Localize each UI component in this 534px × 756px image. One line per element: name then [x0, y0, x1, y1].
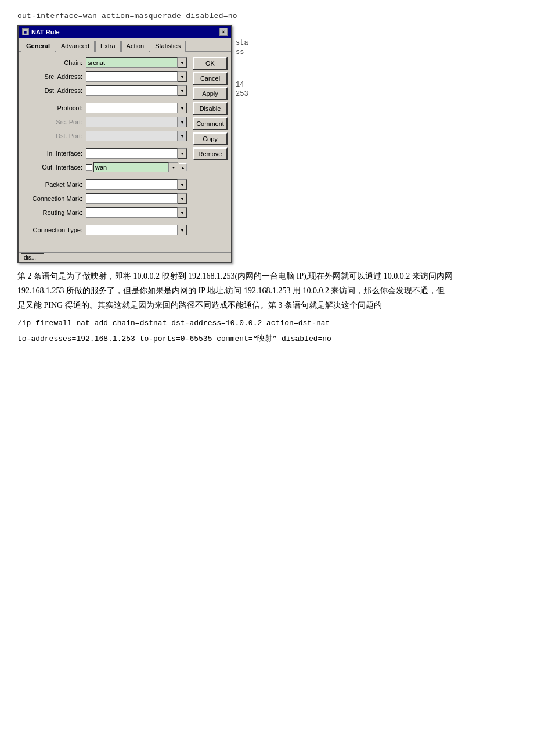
connection-type-row: Connection Type: ▼: [22, 224, 187, 236]
connection-mark-input-row: ▼: [86, 193, 187, 204]
titlebar-left: ■ NAT Rule: [22, 28, 60, 35]
routing-mark-row: Routing Mark: ▼: [22, 207, 187, 218]
side-text-sta: sta: [236, 39, 248, 47]
chain-input[interactable]: srcnat: [86, 57, 178, 68]
dialog-buttons: OK Cancel Apply Disable Comment Copy Rem…: [190, 52, 231, 252]
remove-button[interactable]: Remove: [193, 147, 228, 160]
protocol-input[interactable]: [86, 103, 178, 113]
chinese-para1: 第 2 条语句是为了做映射，即将 10.0.0.2 映射到 192.168.1.…: [17, 269, 453, 313]
chain-dropdown-arrow[interactable]: ▼: [178, 57, 187, 68]
code-line1: /ip firewall nat add chain=dstnat dst-ad…: [17, 316, 453, 330]
connection-mark-input[interactable]: [86, 193, 178, 204]
dst-address-label: Dst. Address:: [22, 87, 86, 94]
tab-general[interactable]: General: [21, 41, 55, 52]
dst-address-row: Dst. Address: ▼: [22, 85, 187, 96]
chain-input-row: srcnat ▼: [86, 57, 187, 68]
copy-button[interactable]: Copy: [193, 132, 228, 145]
tab-extra[interactable]: Extra: [95, 41, 121, 52]
side-text-14: 14: [236, 81, 248, 89]
in-interface-label: In. Interface:: [22, 150, 86, 157]
out-interface-checkbox-area: [86, 164, 92, 171]
tab-action[interactable]: Action: [121, 41, 150, 52]
in-interface-row: In. Interface: ▼: [22, 147, 187, 159]
out-interface-input[interactable]: wan: [93, 162, 169, 172]
packet-mark-label: Packet Mark:: [22, 181, 86, 188]
chain-label: Chain:: [22, 59, 86, 66]
apply-button[interactable]: Apply: [193, 87, 228, 100]
tab-advanced[interactable]: Advanced: [56, 41, 95, 52]
protocol-dropdown-arrow[interactable]: ▼: [178, 103, 187, 113]
comment-button[interactable]: Comment: [193, 117, 228, 130]
routing-mark-label: Routing Mark:: [22, 209, 86, 216]
src-port-dropdown-arrow[interactable]: ▼: [178, 117, 187, 127]
code-line2: to-addresses=192.168.1.253 to-ports=0-65…: [17, 332, 453, 345]
out-interface-checkbox[interactable]: [86, 164, 92, 171]
tab-statistics[interactable]: Statistics: [150, 41, 186, 52]
ok-button[interactable]: OK: [193, 57, 228, 70]
side-panel: sta ss 14 253: [236, 25, 248, 99]
dialog-form: Chain: srcnat ▼ Src. Address: ▼: [19, 52, 190, 252]
connection-mark-row: Connection Mark: ▼: [22, 193, 187, 204]
dst-port-row: Dst. Port: ▼: [22, 130, 187, 142]
src-address-row: Src. Address: ▼: [22, 71, 187, 82]
packet-mark-input-row: ▼: [86, 179, 187, 190]
out-interface-label: Out. Interface:: [22, 164, 86, 171]
packet-mark-dropdown-arrow[interactable]: ▼: [178, 179, 187, 190]
connection-type-label: Connection Type:: [22, 226, 86, 233]
side-text-253: 253: [236, 90, 248, 98]
src-port-input-row: ▼: [86, 117, 187, 127]
nat-rule-dialog: ■ NAT Rule × General Advanced Extra Acti…: [17, 25, 232, 263]
side-text-ss: ss: [236, 48, 248, 56]
chain-row: Chain: srcnat ▼: [22, 57, 187, 69]
dialog-body: Chain: srcnat ▼ Src. Address: ▼: [19, 52, 231, 252]
in-interface-input[interactable]: [86, 148, 178, 159]
dst-address-dropdown-arrow[interactable]: ▼: [178, 85, 187, 96]
dst-port-dropdown-arrow[interactable]: ▼: [178, 131, 187, 141]
connection-mark-dropdown-arrow[interactable]: ▼: [178, 193, 187, 204]
connection-type-input-row: ▼: [86, 225, 187, 235]
routing-mark-input-row: ▼: [86, 207, 187, 218]
dst-address-input[interactable]: [86, 85, 178, 96]
dialog-titlebar: ■ NAT Rule ×: [19, 26, 231, 38]
out-interface-dropdown-arrow[interactable]: ▼: [169, 162, 178, 172]
src-address-dropdown-arrow[interactable]: ▼: [178, 71, 187, 82]
header-monospace: out-interface=wan action=masquerade disa…: [17, 12, 517, 20]
src-port-label: Src. Port:: [22, 118, 86, 125]
dialog-tabs: General Advanced Extra Action Statistics: [19, 38, 231, 52]
routing-mark-input[interactable]: [86, 207, 178, 218]
out-interface-input-row: wan ▼: [93, 162, 178, 172]
packet-mark-input[interactable]: [86, 179, 178, 190]
statusbar-item1: dis...: [21, 253, 44, 261]
in-interface-input-row: ▼: [86, 148, 187, 159]
out-interface-row: Out. Interface: wan ▼ ▲: [22, 161, 187, 173]
dst-port-label: Dst. Port:: [22, 132, 86, 139]
connection-mark-label: Connection Mark:: [22, 195, 86, 202]
close-button[interactable]: ×: [219, 28, 228, 36]
protocol-label: Protocol:: [22, 105, 86, 111]
dst-port-input-row: ▼: [86, 131, 187, 141]
title-icon: ■: [22, 28, 29, 35]
chinese-section: 第 2 条语句是为了做映射，即将 10.0.0.2 映射到 192.168.1.…: [17, 269, 453, 345]
dst-address-input-row: ▼: [86, 85, 187, 96]
src-port-row: Src. Port: ▼: [22, 116, 187, 128]
routing-mark-dropdown-arrow[interactable]: ▼: [178, 207, 187, 218]
src-address-input[interactable]: [86, 71, 178, 82]
disable-button[interactable]: Disable: [193, 102, 228, 115]
src-address-label: Src. Address:: [22, 73, 86, 80]
protocol-row: Protocol: ▼: [22, 102, 187, 114]
src-port-input[interactable]: [86, 117, 178, 127]
packet-mark-row: Packet Mark: ▼: [22, 179, 187, 190]
in-interface-dropdown-arrow[interactable]: ▼: [178, 148, 187, 159]
dst-port-input[interactable]: [86, 131, 178, 141]
protocol-input-row: ▼: [86, 103, 187, 113]
out-interface-scroll-up[interactable]: ▲: [179, 163, 187, 171]
dialog-title: NAT Rule: [31, 28, 60, 35]
connection-type-dropdown-arrow[interactable]: ▼: [178, 225, 187, 235]
dialog-statusbar: dis...: [19, 252, 231, 262]
src-address-input-row: ▼: [86, 71, 187, 82]
cancel-button[interactable]: Cancel: [193, 72, 228, 85]
connection-type-input[interactable]: [86, 225, 178, 235]
